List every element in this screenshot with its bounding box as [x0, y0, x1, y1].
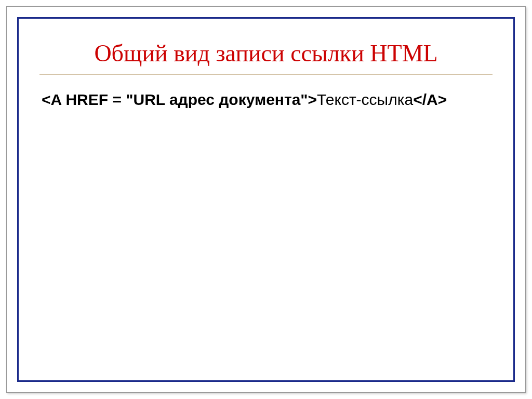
code-open-tag: <A HREF = "URL адрес документа"> — [42, 91, 317, 108]
slide-outer-frame: Общий вид записи ссылки HTML <A HREF = "… — [6, 6, 526, 393]
slide-title: Общий вид записи ссылки HTML — [39, 39, 493, 75]
slide-body: <A HREF = "URL адрес документа">Текст-сс… — [39, 89, 493, 111]
code-close-tag: </A> — [413, 91, 447, 108]
slide-inner-frame: Общий вид записи ссылки HTML <A HREF = "… — [17, 17, 515, 382]
code-link-text: Текст-ссылка — [317, 91, 413, 108]
